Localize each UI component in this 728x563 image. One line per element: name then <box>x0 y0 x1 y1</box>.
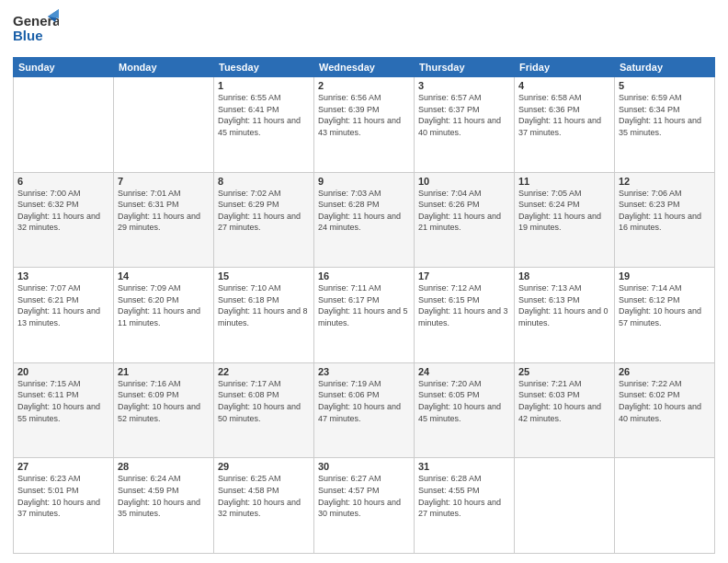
day-number: 26 <box>619 366 711 377</box>
calendar-cell: 24Sunrise: 7:20 AMSunset: 6:05 PMDayligh… <box>415 362 515 458</box>
calendar-cell: 23Sunrise: 7:19 AMSunset: 6:06 PMDayligh… <box>314 362 415 458</box>
calendar-cell: 20Sunrise: 7:15 AMSunset: 6:11 PMDayligh… <box>14 362 114 458</box>
day-number: 5 <box>619 80 711 91</box>
day-info: Sunrise: 6:27 AMSunset: 4:57 PMDaylight:… <box>318 473 410 519</box>
day-number: 16 <box>318 270 410 282</box>
day-number: 18 <box>518 270 610 282</box>
day-number: 29 <box>218 461 310 472</box>
day-number: 11 <box>518 176 610 187</box>
day-number: 13 <box>17 270 109 282</box>
day-info: Sunrise: 7:06 AMSunset: 6:23 PMDaylight:… <box>619 188 711 234</box>
day-number: 21 <box>118 366 210 377</box>
calendar-cell: 14Sunrise: 7:09 AMSunset: 6:20 PMDayligh… <box>114 268 214 363</box>
calendar-week-row: 6Sunrise: 7:00 AMSunset: 6:32 PMDaylight… <box>14 172 715 268</box>
calendar-cell: 21Sunrise: 7:16 AMSunset: 6:09 PMDayligh… <box>114 362 214 458</box>
calendar-cell: 19Sunrise: 7:14 AMSunset: 6:12 PMDayligh… <box>615 268 715 363</box>
calendar-cell <box>14 77 114 173</box>
day-info: Sunrise: 6:28 AMSunset: 4:55 PMDaylight:… <box>418 473 510 519</box>
weekday-header-wednesday: Wednesday <box>314 58 415 77</box>
day-info: Sunrise: 7:15 AMSunset: 6:11 PMDaylight:… <box>17 378 109 424</box>
calendar-cell: 25Sunrise: 7:21 AMSunset: 6:03 PMDayligh… <box>515 362 615 458</box>
day-info: Sunrise: 7:00 AMSunset: 6:32 PMDaylight:… <box>17 188 109 234</box>
day-info: Sunrise: 7:10 AMSunset: 6:18 PMDaylight:… <box>218 282 310 328</box>
calendar-cell: 29Sunrise: 6:25 AMSunset: 4:58 PMDayligh… <box>214 458 314 554</box>
logo-mark: General Blue <box>13 9 59 52</box>
day-number: 6 <box>17 176 109 187</box>
weekday-header-tuesday: Tuesday <box>214 58 314 77</box>
day-info: Sunrise: 7:21 AMSunset: 6:03 PMDaylight:… <box>518 378 610 424</box>
day-number: 15 <box>218 270 310 282</box>
day-info: Sunrise: 6:24 AMSunset: 4:59 PMDaylight:… <box>118 473 210 519</box>
day-number: 17 <box>418 270 510 282</box>
weekday-header-row: SundayMondayTuesdayWednesdayThursdayFrid… <box>14 58 715 77</box>
day-number: 3 <box>418 80 510 91</box>
day-info: Sunrise: 7:03 AMSunset: 6:28 PMDaylight:… <box>318 188 410 234</box>
weekday-header-thursday: Thursday <box>415 58 515 77</box>
day-info: Sunrise: 6:56 AMSunset: 6:39 PMDaylight:… <box>318 92 410 138</box>
calendar-cell: 6Sunrise: 7:00 AMSunset: 6:32 PMDaylight… <box>14 172 114 268</box>
day-info: Sunrise: 7:11 AMSunset: 6:17 PMDaylight:… <box>318 282 410 328</box>
calendar-cell: 4Sunrise: 6:58 AMSunset: 6:36 PMDaylight… <box>515 77 615 173</box>
calendar-cell: 7Sunrise: 7:01 AMSunset: 6:31 PMDaylight… <box>114 172 214 268</box>
calendar-cell: 31Sunrise: 6:28 AMSunset: 4:55 PMDayligh… <box>415 458 515 554</box>
calendar-table: SundayMondayTuesdayWednesdayThursdayFrid… <box>13 57 715 554</box>
calendar-cell: 2Sunrise: 6:56 AMSunset: 6:39 PMDaylight… <box>314 77 415 173</box>
day-info: Sunrise: 7:13 AMSunset: 6:13 PMDaylight:… <box>518 282 610 328</box>
day-info: Sunrise: 6:25 AMSunset: 4:58 PMDaylight:… <box>218 473 310 519</box>
calendar-week-row: 20Sunrise: 7:15 AMSunset: 6:11 PMDayligh… <box>14 362 715 458</box>
day-number: 14 <box>118 270 210 282</box>
day-info: Sunrise: 7:04 AMSunset: 6:26 PMDaylight:… <box>418 188 510 234</box>
day-number: 27 <box>17 461 109 472</box>
day-number: 22 <box>218 366 310 377</box>
day-info: Sunrise: 6:55 AMSunset: 6:41 PMDaylight:… <box>218 92 310 138</box>
day-info: Sunrise: 7:05 AMSunset: 6:24 PMDaylight:… <box>518 188 610 234</box>
day-info: Sunrise: 7:20 AMSunset: 6:05 PMDaylight:… <box>418 378 510 424</box>
day-info: Sunrise: 6:58 AMSunset: 6:36 PMDaylight:… <box>518 92 610 138</box>
calendar-cell <box>615 458 715 554</box>
calendar-cell: 11Sunrise: 7:05 AMSunset: 6:24 PMDayligh… <box>515 172 615 268</box>
calendar-week-row: 13Sunrise: 7:07 AMSunset: 6:21 PMDayligh… <box>14 268 715 363</box>
calendar-cell: 26Sunrise: 7:22 AMSunset: 6:02 PMDayligh… <box>615 362 715 458</box>
day-info: Sunrise: 7:16 AMSunset: 6:09 PMDaylight:… <box>118 378 210 424</box>
day-info: Sunrise: 7:09 AMSunset: 6:20 PMDaylight:… <box>118 282 210 328</box>
day-number: 23 <box>318 366 410 377</box>
calendar-cell: 3Sunrise: 6:57 AMSunset: 6:37 PMDaylight… <box>415 77 515 173</box>
weekday-header-friday: Friday <box>515 58 615 77</box>
day-number: 9 <box>318 176 410 187</box>
svg-text:Blue: Blue <box>13 28 43 43</box>
calendar-cell: 22Sunrise: 7:17 AMSunset: 6:08 PMDayligh… <box>214 362 314 458</box>
day-number: 30 <box>318 461 410 472</box>
day-number: 20 <box>17 366 109 377</box>
calendar-cell: 18Sunrise: 7:13 AMSunset: 6:13 PMDayligh… <box>515 268 615 363</box>
day-number: 19 <box>619 270 711 282</box>
calendar-cell: 13Sunrise: 7:07 AMSunset: 6:21 PMDayligh… <box>14 268 114 363</box>
day-info: Sunrise: 6:59 AMSunset: 6:34 PMDaylight:… <box>619 92 711 138</box>
day-info: Sunrise: 6:23 AMSunset: 5:01 PMDaylight:… <box>17 473 109 519</box>
calendar-week-row: 1Sunrise: 6:55 AMSunset: 6:41 PMDaylight… <box>14 77 715 173</box>
weekday-header-sunday: Sunday <box>14 58 114 77</box>
weekday-header-monday: Monday <box>114 58 214 77</box>
calendar-cell: 30Sunrise: 6:27 AMSunset: 4:57 PMDayligh… <box>314 458 415 554</box>
day-info: Sunrise: 7:22 AMSunset: 6:02 PMDaylight:… <box>619 378 711 424</box>
day-number: 31 <box>418 461 510 472</box>
calendar-cell: 17Sunrise: 7:12 AMSunset: 6:15 PMDayligh… <box>415 268 515 363</box>
calendar-cell <box>515 458 615 554</box>
calendar-week-row: 27Sunrise: 6:23 AMSunset: 5:01 PMDayligh… <box>14 458 715 554</box>
calendar-cell: 8Sunrise: 7:02 AMSunset: 6:29 PMDaylight… <box>214 172 314 268</box>
calendar-cell: 16Sunrise: 7:11 AMSunset: 6:17 PMDayligh… <box>314 268 415 363</box>
weekday-header-saturday: Saturday <box>615 58 715 77</box>
logo: General Blue <box>13 9 59 52</box>
page: General Blue SundayMondayTuesdayWednesda… <box>0 0 728 563</box>
day-number: 4 <box>518 80 610 91</box>
header: General Blue <box>13 9 715 52</box>
day-info: Sunrise: 7:17 AMSunset: 6:08 PMDaylight:… <box>218 378 310 424</box>
calendar-cell <box>114 77 214 173</box>
calendar-cell: 1Sunrise: 6:55 AMSunset: 6:41 PMDaylight… <box>214 77 314 173</box>
calendar-cell: 12Sunrise: 7:06 AMSunset: 6:23 PMDayligh… <box>615 172 715 268</box>
day-info: Sunrise: 7:01 AMSunset: 6:31 PMDaylight:… <box>118 188 210 234</box>
day-number: 7 <box>118 176 210 187</box>
calendar-cell: 28Sunrise: 6:24 AMSunset: 4:59 PMDayligh… <box>114 458 214 554</box>
day-number: 1 <box>218 80 310 91</box>
day-number: 12 <box>619 176 711 187</box>
calendar-cell: 10Sunrise: 7:04 AMSunset: 6:26 PMDayligh… <box>415 172 515 268</box>
